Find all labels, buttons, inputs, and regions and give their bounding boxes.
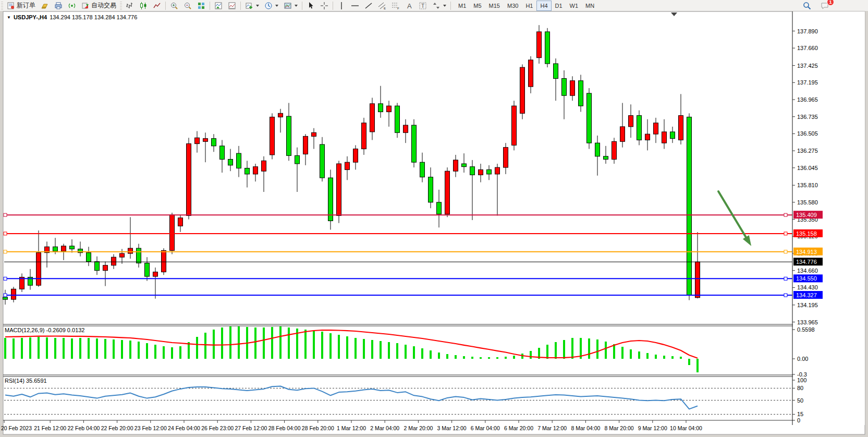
macd-tick: 0.5598 <box>797 326 815 333</box>
candle <box>353 149 358 163</box>
candle <box>370 104 375 132</box>
macd-bar <box>605 342 607 359</box>
hline-price-label: 135.409 <box>793 211 823 218</box>
time-label: 1 Mar 12:00 <box>337 425 366 431</box>
current-price-label: 134.776 <box>793 258 823 265</box>
price-tick: 136.275 <box>797 148 818 154</box>
time-label: 22 Feb 20:00 <box>101 425 133 431</box>
candle <box>437 202 442 214</box>
candle <box>387 106 392 112</box>
svg-text:134.327: 134.327 <box>796 292 817 298</box>
macd-bar <box>696 359 699 372</box>
candle <box>128 248 133 253</box>
macd-bar <box>688 359 690 365</box>
candle <box>462 164 467 167</box>
macd-bar <box>321 332 323 359</box>
candle <box>328 178 333 221</box>
chart-canvas: 137.890137.660137.425137.195136.965136.7… <box>0 0 868 437</box>
time-label: 28 Feb 04:00 <box>268 425 301 431</box>
svg-text:135.158: 135.158 <box>796 230 817 237</box>
macd-bar <box>471 357 473 359</box>
macd-bar <box>196 337 198 359</box>
macd-bar <box>663 356 665 359</box>
macd-bar <box>254 327 256 359</box>
hline-price-label: 134.913 <box>793 248 823 256</box>
candle <box>312 132 316 136</box>
symbol-dropdown-icon[interactable]: ▼ <box>7 15 11 20</box>
candle <box>162 250 166 272</box>
macd-bar <box>621 347 624 359</box>
time-label: 2 Mar 04:00 <box>370 425 399 431</box>
macd-bar <box>596 339 598 359</box>
macd-bar <box>129 341 131 359</box>
candle <box>187 144 191 216</box>
candle <box>620 127 625 141</box>
candle <box>62 246 66 251</box>
macd-bar <box>71 338 73 359</box>
candle <box>645 134 650 140</box>
macd-bar <box>146 343 148 359</box>
time-label: 22 Feb 04:00 <box>67 425 100 431</box>
rsi-tick: 100 <box>797 377 806 383</box>
candle <box>262 161 266 171</box>
candle <box>612 141 617 159</box>
candle <box>362 123 366 149</box>
svg-text:134.776: 134.776 <box>796 259 817 265</box>
macd-bar <box>354 338 357 359</box>
candle <box>378 104 383 112</box>
candle <box>95 262 100 271</box>
candle <box>253 167 258 174</box>
candle <box>545 32 550 64</box>
candle <box>445 171 450 214</box>
candle <box>412 125 417 162</box>
macd-bar <box>530 351 532 359</box>
candle <box>203 139 208 142</box>
candle <box>670 132 675 139</box>
macd-bar <box>313 331 315 359</box>
price-tick: 137.660 <box>797 45 818 51</box>
macd-bar <box>588 338 590 359</box>
candle <box>395 106 400 132</box>
macd-bar <box>396 343 398 359</box>
candle <box>495 167 500 174</box>
macd-bar <box>646 353 649 359</box>
macd-bar <box>46 337 48 359</box>
candle <box>420 162 425 177</box>
macd-bar <box>571 338 573 359</box>
time-label: 6 Mar 20:00 <box>504 425 533 431</box>
macd-indicator-label: MACD(12,26,9) -0.2609 0.0132 <box>5 327 84 333</box>
candle <box>137 248 141 263</box>
hline-price-label: 134.327 <box>793 291 823 299</box>
macd-bar <box>438 353 440 359</box>
macd-bar <box>4 338 6 359</box>
macd-bar <box>188 342 190 359</box>
price-tick: 135.810 <box>797 182 818 188</box>
macd-bar <box>88 338 90 359</box>
candle <box>87 253 91 262</box>
macd-bar <box>413 346 415 359</box>
rsi-tick: 0 <box>797 417 800 423</box>
candle <box>212 139 216 146</box>
macd-bar <box>455 355 457 359</box>
macd-bar <box>388 342 390 359</box>
candle <box>562 78 567 95</box>
macd-bar <box>680 357 682 359</box>
candle <box>695 262 700 298</box>
macd-bar <box>430 350 432 359</box>
candle <box>504 148 508 167</box>
macd-bar <box>630 349 632 359</box>
hline-price-label: 134.550 <box>793 274 823 282</box>
candle <box>679 116 683 140</box>
macd-bar <box>463 356 465 359</box>
candle <box>345 162 350 169</box>
price-tick: 137.890 <box>797 28 818 34</box>
macd-bar <box>338 335 340 359</box>
rsi-tick: 80 <box>797 385 803 391</box>
price-tick: 136.965 <box>797 96 818 103</box>
time-label: 3 Mar 12:00 <box>437 425 467 431</box>
candle <box>178 218 183 226</box>
chart-window <box>3 11 865 434</box>
macd-bar <box>104 339 106 359</box>
macd-bar <box>496 357 498 359</box>
price-tick: 136.505 <box>797 130 818 137</box>
